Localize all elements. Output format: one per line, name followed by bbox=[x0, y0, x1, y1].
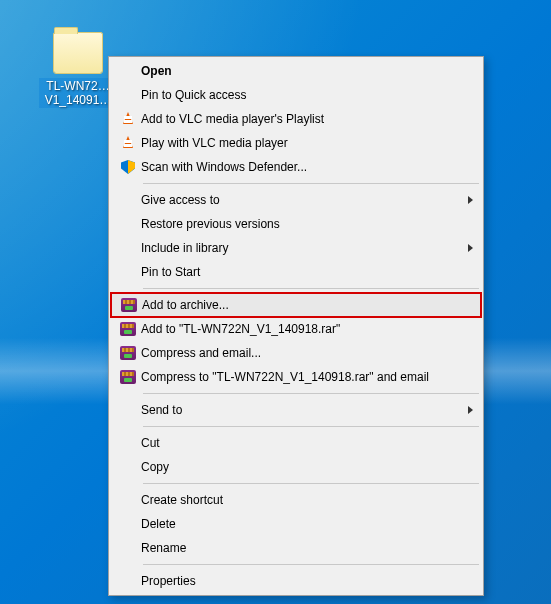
menu-label: Include in library bbox=[141, 241, 461, 255]
menu-label: Send to bbox=[141, 403, 461, 417]
menu-label: Give access to bbox=[141, 193, 461, 207]
menu-properties[interactable]: Properties bbox=[111, 569, 481, 593]
menu-vlc-add-playlist[interactable]: Add to VLC media player's Playlist bbox=[111, 107, 481, 131]
menu-label: Properties bbox=[141, 574, 461, 588]
menu-label: Compress and email... bbox=[141, 346, 461, 360]
chevron-right-icon bbox=[468, 196, 473, 204]
menu-label: Delete bbox=[141, 517, 461, 531]
menu-restore-previous[interactable]: Restore previous versions bbox=[111, 212, 481, 236]
winrar-icon bbox=[116, 298, 142, 312]
menu-separator bbox=[143, 426, 479, 427]
menu-separator bbox=[143, 564, 479, 565]
menu-label: Add to "TL-WN722N_V1_140918.rar" bbox=[141, 322, 461, 336]
menu-label: Create shortcut bbox=[141, 493, 461, 507]
menu-label: Rename bbox=[141, 541, 461, 555]
menu-label: Play with VLC media player bbox=[141, 136, 461, 150]
menu-label: Pin to Quick access bbox=[141, 88, 461, 102]
menu-add-to-archive[interactable]: Add to archive... bbox=[110, 292, 482, 318]
folder-label: TL-WN72… V1_14091… bbox=[39, 78, 117, 108]
vlc-icon bbox=[115, 136, 141, 150]
menu-cut[interactable]: Cut bbox=[111, 431, 481, 455]
menu-copy[interactable]: Copy bbox=[111, 455, 481, 479]
menu-label: Copy bbox=[141, 460, 461, 474]
menu-pin-start[interactable]: Pin to Start bbox=[111, 260, 481, 284]
menu-create-shortcut[interactable]: Create shortcut bbox=[111, 488, 481, 512]
menu-include-library[interactable]: Include in library bbox=[111, 236, 481, 260]
chevron-right-icon bbox=[468, 406, 473, 414]
menu-pin-quick-access[interactable]: Pin to Quick access bbox=[111, 83, 481, 107]
menu-label: Scan with Windows Defender... bbox=[141, 160, 461, 174]
menu-separator bbox=[143, 183, 479, 184]
vlc-icon bbox=[115, 112, 141, 126]
menu-compress-named-email[interactable]: Compress to "TL-WN722N_V1_140918.rar" an… bbox=[111, 365, 481, 389]
folder-icon bbox=[53, 32, 103, 74]
menu-label: Add to VLC media player's Playlist bbox=[141, 112, 461, 126]
menu-separator bbox=[143, 483, 479, 484]
menu-open[interactable]: Open bbox=[111, 59, 481, 83]
menu-label: Compress to "TL-WN722N_V1_140918.rar" an… bbox=[141, 370, 461, 384]
menu-label: Pin to Start bbox=[141, 265, 461, 279]
menu-delete[interactable]: Delete bbox=[111, 512, 481, 536]
menu-label: Add to archive... bbox=[142, 298, 460, 312]
menu-scan-defender[interactable]: Scan with Windows Defender... bbox=[111, 155, 481, 179]
menu-label: Open bbox=[141, 64, 461, 78]
menu-separator bbox=[143, 288, 479, 289]
menu-compress-email[interactable]: Compress and email... bbox=[111, 341, 481, 365]
menu-vlc-play[interactable]: Play with VLC media player bbox=[111, 131, 481, 155]
shield-icon bbox=[115, 160, 141, 174]
menu-add-to-named-rar[interactable]: Add to "TL-WN722N_V1_140918.rar" bbox=[111, 317, 481, 341]
menu-give-access[interactable]: Give access to bbox=[111, 188, 481, 212]
winrar-icon bbox=[115, 346, 141, 360]
winrar-icon bbox=[115, 370, 141, 384]
context-menu: Open Pin to Quick access Add to VLC medi… bbox=[108, 56, 484, 596]
menu-label: Cut bbox=[141, 436, 461, 450]
chevron-right-icon bbox=[468, 244, 473, 252]
menu-rename[interactable]: Rename bbox=[111, 536, 481, 560]
menu-send-to[interactable]: Send to bbox=[111, 398, 481, 422]
winrar-icon bbox=[115, 322, 141, 336]
menu-label: Restore previous versions bbox=[141, 217, 461, 231]
desktop-folder[interactable]: TL-WN72… V1_14091… bbox=[39, 32, 117, 108]
menu-separator bbox=[143, 393, 479, 394]
